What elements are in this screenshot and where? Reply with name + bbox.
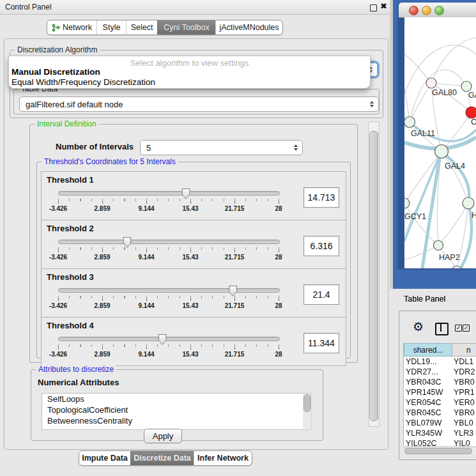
threshold-2-label: Threshold 2 — [47, 224, 94, 233]
tab-jactivemnodules[interactable]: jActiveMNodules — [215, 20, 282, 35]
threshold-2-slider-thumb[interactable] — [123, 237, 131, 248]
attributes-list-scrollbar[interactable] — [303, 394, 310, 429]
node-label-gal4: GAL4 — [445, 162, 465, 171]
thresholds-group: Threshold's Coordinates for 5 Intervals … — [36, 162, 351, 358]
zoom-traffic-light-icon[interactable] — [434, 6, 444, 15]
tab-style[interactable]: Style — [96, 20, 126, 35]
minimize-traffic-light-icon[interactable] — [422, 6, 431, 15]
threshold-4-slider-thumb[interactable] — [158, 334, 167, 345]
tick-label: 15.43 — [182, 254, 198, 261]
column-header-name[interactable]: n — [452, 343, 476, 357]
threshold-1-ticks — [58, 199, 279, 204]
tick-label: 21.715 — [225, 302, 245, 309]
scrollbar-thumb[interactable] — [369, 131, 378, 421]
numerical-attributes-list: SelfLoops TopologicalCoefficient Between… — [42, 393, 311, 430]
threshold-3-tick-labels: -3.4262.8599.14415.4321.71528 — [58, 302, 279, 310]
algorithm-popup-hint: Select algorithm to view settings — [9, 58, 370, 68]
settings-vertical-scrollbar[interactable] — [368, 121, 380, 427]
threshold-4-value-field[interactable]: 11.344 — [303, 333, 339, 353]
node-gcy1[interactable] — [404, 198, 410, 208]
numerical-attributes-label: Numerical Attributes — [38, 378, 119, 387]
apply-button[interactable]: Apply — [144, 429, 182, 443]
tab-impute-data[interactable]: Impute Data — [79, 451, 130, 465]
bottom-tab-bar: Impute Data Discretize Data Infer Networ… — [79, 450, 252, 466]
threshold-4-tick-labels: -3.4262.8599.14415.4321.71528 — [58, 351, 279, 358]
tab-style-label: Style — [103, 23, 121, 32]
float-window-icon[interactable] — [370, 4, 377, 12]
tick-label: -3.426 — [49, 302, 67, 309]
table-row[interactable]: YBR043CYBR0 — [404, 377, 476, 387]
network-window-titlebar[interactable] — [399, 3, 476, 18]
table-row[interactable]: YLR345WYLR3 — [404, 428, 476, 438]
tab-select-label: Select — [131, 23, 153, 32]
tab-select[interactable]: Select — [126, 20, 157, 35]
threshold-3-slider[interactable] — [58, 288, 280, 293]
checkbox-icon[interactable]: ✓ — [455, 325, 462, 332]
control-panel-titlebar: Control Panel ✖ — [0, 0, 391, 15]
node-top-right[interactable] — [461, 81, 472, 91]
tick-label: 2.859 — [94, 254, 110, 261]
tick-label: -3.426 — [49, 254, 67, 261]
table-data-combo[interactable]: galFiltered.sif default node — [19, 96, 379, 112]
network-canvas[interactable]: GAL80 GA GAL11 C GAL4 GCY1 H HAP2 — [404, 17, 476, 268]
tick-label: -3.426 — [49, 205, 67, 212]
top-tab-bar: Network Style Select Cyni Toolbox jActiv… — [47, 20, 283, 35]
tab-network-label: Network — [63, 23, 92, 32]
table-row[interactable]: YDL19...YDL1 — [404, 357, 476, 367]
table-row[interactable]: YBL079WYBL0 — [404, 418, 476, 428]
scrollbar-thumb[interactable] — [404, 448, 472, 454]
threshold-3-value-field[interactable]: 21.4 — [303, 284, 339, 305]
threshold-4-slider[interactable] — [58, 337, 280, 341]
table-row[interactable]: YIL052CYIL0 — [404, 438, 476, 446]
node-label-partial-g: GA — [468, 91, 476, 100]
node-gal4[interactable] — [435, 145, 449, 158]
tick-label: 2.859 — [94, 205, 110, 212]
tick-label: -3.426 — [49, 351, 67, 358]
interval-definition-title: Interval Definition — [35, 119, 99, 128]
tab-jactivemnodules-label: jActiveMNodules — [219, 23, 279, 32]
popup-item-manual-discretization[interactable]: Manual Discretization — [11, 67, 368, 77]
node-hap2[interactable] — [434, 241, 443, 250]
list-item[interactable]: SelfLoops — [42, 394, 311, 404]
tick-label: 28 — [275, 351, 282, 358]
node-gal11[interactable] — [404, 117, 415, 128]
table-row[interactable]: YBR045CYBR0 — [404, 408, 476, 418]
popup-item-equal-width-frequency[interactable]: Equal Width/Frequency Discretization — [11, 77, 368, 88]
split-view-icon[interactable] — [435, 323, 449, 335]
tab-discretize-data[interactable]: Discretize Data — [130, 451, 194, 465]
tab-cyni-toolbox-label: Cyni Toolbox — [164, 23, 209, 32]
threshold-3-slider-thumb[interactable] — [229, 286, 237, 296]
tab-infer-network[interactable]: Infer Network — [194, 451, 252, 465]
tab-cyni-toolbox[interactable]: Cyni Toolbox — [157, 20, 215, 35]
node-red-selected[interactable] — [466, 107, 476, 118]
close-traffic-light-icon[interactable] — [409, 6, 418, 15]
threshold-1-value-field[interactable]: 14.713 — [303, 187, 339, 208]
table-horizontal-scrollbar[interactable] — [403, 447, 476, 454]
threshold-2-slider[interactable] — [58, 240, 280, 244]
node-label-gal11: GAL11 — [411, 129, 435, 138]
gear-icon[interactable]: ⚙ — [413, 321, 424, 333]
threshold-3-block: Threshold 3 -3.4262.8599.14415.4321.7152… — [41, 268, 346, 318]
table-panel-title: Table Panel — [404, 295, 445, 303]
table-row[interactable]: YER054CYER0 — [404, 397, 476, 408]
number-of-intervals-combo[interactable]: 5 — [140, 140, 303, 155]
table-row[interactable]: YDR27...YDR2 — [404, 367, 476, 377]
tick-label: 2.859 — [94, 302, 110, 309]
tab-network[interactable]: Network — [47, 20, 96, 35]
threshold-2-value-field[interactable]: 6.316 — [303, 236, 339, 256]
close-icon[interactable]: ✖ — [380, 1, 387, 11]
attributes-group-title: Attributes to discretize — [36, 365, 116, 374]
tab-discretize-data-label: Discretize Data — [134, 454, 191, 463]
threshold-1-slider-thumb[interactable] — [182, 188, 190, 199]
network-node-labels: GAL80 GA GAL11 C GAL4 GCY1 H HAP2 — [404, 88, 476, 262]
list-item[interactable]: TopologicalCoefficient — [42, 404, 311, 415]
list-item[interactable]: BetweennessCentrality — [42, 415, 311, 426]
checkbox-icon[interactable]: ✓ — [463, 325, 470, 332]
table-row[interactable]: YPR145WYPR1 — [404, 387, 476, 397]
node-gal80[interactable] — [426, 78, 436, 88]
column-header-shared-name[interactable]: shared... — [404, 343, 452, 357]
node-attribute-table: shared... n YDL19...YDL1 YDR27...YDR2 YB… — [403, 343, 476, 446]
threshold-1-slider[interactable] — [58, 191, 280, 196]
settings-scroll-panel: Interval Definition Number of Intervals … — [9, 120, 381, 427]
node-h[interactable] — [463, 197, 474, 209]
